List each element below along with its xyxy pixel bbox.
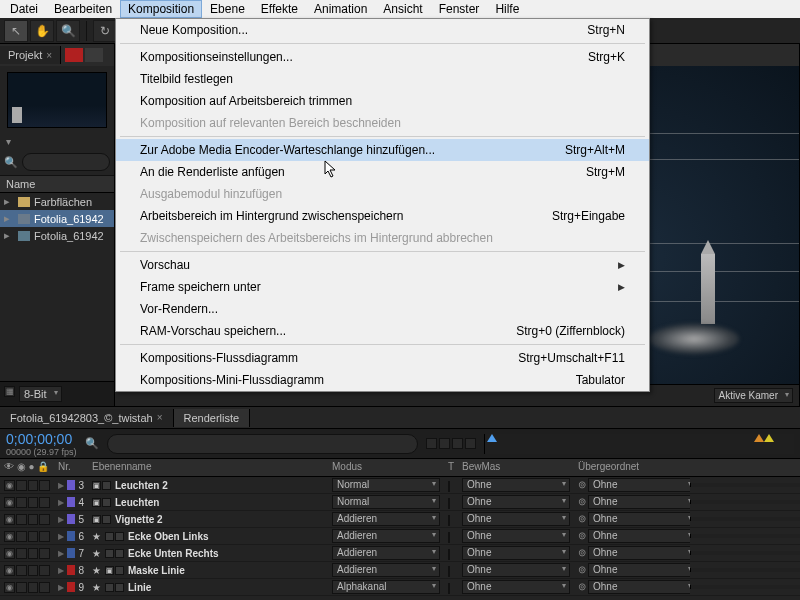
project-item[interactable]: ▸Farbflächen <box>0 193 114 210</box>
close-icon[interactable]: × <box>46 50 52 61</box>
menu-fenster[interactable]: Fenster <box>431 0 488 18</box>
rotate-tool[interactable]: ↻ <box>93 20 117 42</box>
timeline-toggle[interactable] <box>426 438 437 449</box>
menu-hilfe[interactable]: Hilfe <box>487 0 527 18</box>
project-thumbnail <box>7 72 107 128</box>
menu-item[interactable]: Zur Adobe Media Encoder-Warteschlange hi… <box>116 139 649 161</box>
layer-row[interactable]: ◉▶5▣Vignette 2AddierenOhne⊚Ohne <box>0 511 800 528</box>
menu-item[interactable]: Arbeitsbereich im Hintergrund zwischensp… <box>116 205 649 227</box>
timeline-tab[interactable]: Renderliste <box>174 409 251 427</box>
menu-item[interactable]: Kompositionseinstellungen...Strg+K <box>116 46 649 68</box>
menu-item[interactable]: RAM-Vorschau speichern...Strg+0 (Ziffern… <box>116 320 649 342</box>
search-icon: 🔍 <box>4 156 18 169</box>
active-camera-dropdown[interactable]: Aktive Kamer <box>714 388 793 403</box>
menu-item[interactable]: Frame speichern unter▶ <box>116 276 649 298</box>
layer-row[interactable]: ◉▶3▣Leuchten 2NormalOhne⊚Ohne <box>0 477 800 494</box>
menu-ebene[interactable]: Ebene <box>202 0 253 18</box>
timeline-search[interactable] <box>107 434 418 454</box>
timecode[interactable]: 0;00;00;00 <box>6 431 77 447</box>
menu-animation[interactable]: Animation <box>306 0 375 18</box>
rocket-graphic <box>701 254 715 324</box>
menu-effekte[interactable]: Effekte <box>253 0 306 18</box>
layer-row[interactable]: ◉▶4▣LeuchtenNormalOhne⊚Ohne <box>0 494 800 511</box>
layer-row[interactable]: ◉▶9★LinieAlphakanalOhne⊚Ohne <box>0 579 800 596</box>
project-panel: Projekt× ▾ 🔍 Name ▸Farbflächen▸Fotolia_6… <box>0 44 115 406</box>
menu-item: Komposition auf relevanten Bereich besch… <box>116 112 649 134</box>
project-btn[interactable]: ▦ <box>4 386 15 397</box>
timeline-panel: Fotolia_61942803_©_twistah×Renderliste 0… <box>0 406 800 600</box>
composition-menu-dropdown: Neue Komposition...Strg+NKompositionsein… <box>115 18 650 392</box>
project-search[interactable] <box>22 153 110 171</box>
smoke-graphic <box>649 324 739 354</box>
menu-item[interactable]: An die Renderliste anfügenStrg+M <box>116 161 649 183</box>
menu-item[interactable]: Vor-Rendern... <box>116 298 649 320</box>
time-ruler[interactable] <box>484 434 794 454</box>
zoom-tool[interactable]: 🔍 <box>56 20 80 42</box>
menu-komposition[interactable]: Komposition <box>120 0 202 18</box>
menu-item[interactable]: Titelbild festlegen <box>116 68 649 90</box>
menu-item[interactable]: Kompositions-Mini-FlussdiagrammTabulator <box>116 369 649 391</box>
timeline-tab[interactable]: Fotolia_61942803_©_twistah× <box>0 409 174 427</box>
bit-depth-dropdown[interactable]: 8-Bit <box>19 386 62 402</box>
hand-tool[interactable]: ✋ <box>30 20 54 42</box>
selection-tool[interactable]: ↖ <box>4 20 28 42</box>
menu-item[interactable]: Komposition auf Arbeitsbereich trimmen <box>116 90 649 112</box>
name-column-header[interactable]: Name <box>0 175 114 193</box>
timeline-toggle[interactable] <box>439 438 450 449</box>
menu-item[interactable]: Vorschau▶ <box>116 254 649 276</box>
menu-item: Zwischenspeichern des Arbeitsbereichs im… <box>116 227 649 249</box>
menubar: DateiBearbeitenKompositionEbeneEffekteAn… <box>0 0 800 18</box>
menu-bearbeiten[interactable]: Bearbeiten <box>46 0 120 18</box>
timecode-sub: 00000 (29.97 fps) <box>6 447 77 457</box>
timeline-toggle[interactable] <box>465 438 476 449</box>
project-item[interactable]: ▸Fotolia_61942 <box>0 210 114 227</box>
layer-row[interactable]: ◉▶7★Ecke Unten RechtsAddierenOhne⊚Ohne <box>0 545 800 562</box>
project-tab[interactable]: Projekt× <box>0 46 61 64</box>
menu-item: Ausgabemodul hinzufügen <box>116 183 649 205</box>
search-icon: 🔍 <box>85 437 99 450</box>
layer-row[interactable]: ◉▶6★Ecke Oben LinksAddierenOhne⊚Ohne <box>0 528 800 545</box>
menu-item[interactable]: Kompositions-FlussdiagrammStrg+Umschalt+… <box>116 347 649 369</box>
menu-item[interactable]: Neue Komposition...Strg+N <box>116 19 649 41</box>
menu-datei[interactable]: Datei <box>2 0 46 18</box>
project-item[interactable]: ▸Fotolia_61942 <box>0 227 114 244</box>
timeline-toggle[interactable] <box>452 438 463 449</box>
layer-row[interactable]: ◉▶8★▣Maske LinieAddierenOhne⊚Ohne <box>0 562 800 579</box>
menu-ansicht[interactable]: Ansicht <box>375 0 430 18</box>
